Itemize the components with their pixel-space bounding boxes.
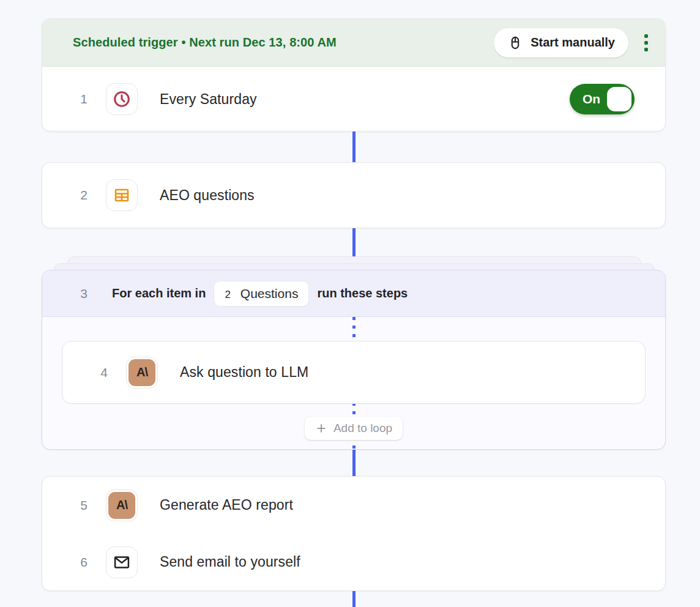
step-number: 1 [76, 92, 91, 106]
loop-label-suffix: run these steps [317, 286, 408, 300]
toggle-knob [607, 87, 631, 111]
step-number: 3 [76, 286, 91, 301]
trigger-card: Scheduled trigger • Next run Dec 13, 8:0… [42, 18, 666, 132]
step-title: Generate AEO report [160, 497, 293, 513]
mail-icon [106, 546, 138, 578]
step-title: AEO questions [160, 187, 255, 204]
anthropic-logo-glyph: A\ [108, 492, 135, 519]
loop-body: 4 A\ Ask question to LLM Add to loop [42, 317, 665, 449]
loop-header: 3 For each item in 2 Questions run these… [42, 270, 665, 317]
loop-chip-count: 2 [225, 289, 230, 301]
step-number: 5 [76, 498, 91, 513]
connector-line [352, 132, 356, 162]
step-2-card[interactable]: 2 AEO questions [42, 162, 666, 228]
step-row-5[interactable]: 5 A\ Generate AEO report [42, 477, 665, 534]
anthropic-icon: A\ [126, 357, 158, 389]
anthropic-logo-glyph: A\ [128, 359, 155, 386]
connector-line [352, 228, 356, 257]
loop-card: 3 For each item in 2 Questions run these… [42, 270, 666, 450]
mouse-icon [507, 35, 523, 51]
loop-label-prefix: For each item in [112, 286, 206, 300]
step-title: Ask question to LLM [180, 364, 308, 381]
step-4-card[interactable]: 4 A\ Ask question to LLM [62, 341, 646, 404]
step-number: 6 [76, 555, 91, 570]
loop-chip-name: Questions [240, 286, 299, 301]
step-row-1[interactable]: 1 Every Saturday On [42, 67, 665, 132]
kebab-menu-icon[interactable] [641, 29, 652, 56]
loop-source-chip[interactable]: 2 Questions [214, 281, 308, 306]
start-manually-button[interactable]: Start manually [494, 28, 628, 58]
anthropic-icon: A\ [106, 490, 138, 521]
add-to-loop-wrap: Add to loop [42, 417, 665, 440]
trigger-header: Scheduled trigger • Next run Dec 13, 8:0… [42, 19, 665, 67]
step-title: Send email to yourself [160, 554, 300, 570]
step-title: Every Saturday [160, 91, 257, 108]
on-toggle[interactable]: On [570, 84, 635, 114]
workflow-canvas: Scheduled trigger • Next run Dec 13, 8:0… [0, 0, 700, 607]
step-row-2: 2 AEO questions [42, 163, 665, 228]
toggle-label: On [583, 92, 600, 106]
add-to-loop-label: Add to loop [333, 422, 392, 435]
connector-line [352, 450, 356, 476]
clock-icon [106, 83, 138, 115]
step-number: 2 [76, 188, 91, 203]
trigger-status-text: Scheduled trigger • Next run Dec 13, 8:0… [73, 35, 494, 50]
final-steps-card: 5 A\ Generate AEO report 6 Send email to… [42, 476, 666, 591]
table-icon [106, 179, 138, 211]
add-to-loop-button[interactable]: Add to loop [305, 417, 403, 440]
start-manually-label: Start manually [531, 35, 615, 50]
step-number: 4 [97, 365, 111, 380]
step-row-6[interactable]: 6 Send email to yourself [42, 534, 665, 590]
connector-line [352, 591, 356, 607]
plus-icon [315, 422, 327, 434]
